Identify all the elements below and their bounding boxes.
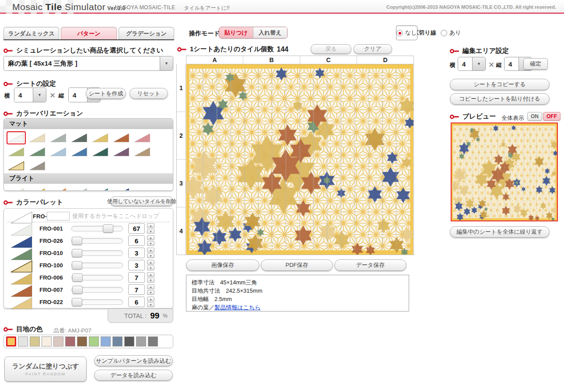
divider-radio-0[interactable]: あり [441, 29, 461, 37]
variation-swatch[interactable] [112, 186, 131, 191]
step-up-icon[interactable]: ▲ [147, 248, 154, 252]
slider-thumb[interactable] [72, 261, 82, 270]
grout-swatch[interactable] [101, 336, 111, 346]
variation-swatch[interactable] [133, 145, 152, 158]
step-down-icon[interactable]: ▼ [147, 290, 154, 295]
tile-swatch[interactable] [10, 260, 33, 270]
slider-thumb[interactable] [72, 286, 83, 294]
fullview-off-button[interactable]: OFF [543, 112, 560, 121]
grout-swatch[interactable] [30, 336, 40, 346]
tab-2[interactable]: グラデーション [119, 27, 174, 39]
variation-swatch[interactable] [28, 186, 47, 191]
tile-code-input[interactable] [47, 212, 70, 220]
grout-swatch[interactable] [42, 336, 52, 346]
grout-swatch[interactable] [148, 336, 158, 346]
delete-unused-tiles-button[interactable]: 使用していないタイルを削除 [110, 196, 173, 206]
slider-thumb[interactable] [72, 249, 82, 257]
grout-swatch[interactable] [89, 336, 99, 346]
ratio-value-input[interactable] [128, 272, 145, 283]
slider-thumb[interactable] [72, 273, 83, 282]
tab-1[interactable]: パターン [61, 27, 116, 39]
opmode-option-1[interactable]: 入れ替え [253, 27, 287, 38]
ratio-slider[interactable] [71, 287, 123, 293]
variation-swatch[interactable] [28, 159, 47, 172]
step-up-icon[interactable]: ▲ [147, 260, 154, 265]
variation-swatch[interactable] [112, 131, 131, 144]
step-down-icon[interactable]: ▼ [147, 302, 154, 307]
paste-sheet-button[interactable]: コピーしたシートを貼り付ける [450, 93, 550, 105]
variation-swatch[interactable] [91, 145, 110, 158]
grout-swatch[interactable] [112, 336, 123, 346]
step-down-icon[interactable]: ▼ [147, 278, 154, 283]
variation-swatch[interactable] [7, 131, 26, 144]
ratio-slider[interactable] [71, 226, 123, 231]
tile-swatch[interactable] [10, 284, 33, 295]
variation-swatch[interactable] [7, 145, 26, 158]
step-up-icon[interactable]: ▲ [147, 284, 154, 289]
product-info-link[interactable]: 製品情報はこちら [214, 304, 260, 311]
slider-thumb[interactable] [72, 237, 82, 245]
preview-canvas[interactable] [451, 122, 558, 221]
variation-swatch[interactable] [49, 145, 68, 158]
step-up-icon[interactable]: ▲ [147, 272, 154, 277]
variation-swatch[interactable] [70, 145, 89, 158]
grout-swatch[interactable] [136, 336, 146, 346]
step-down-icon[interactable]: ▼ [147, 253, 154, 258]
slider-thumb[interactable] [103, 224, 113, 233]
grout-swatch[interactable] [18, 336, 28, 346]
tile-swatch[interactable] [10, 235, 33, 246]
step-down-icon[interactable]: ▼ [147, 241, 154, 246]
tab-0[interactable]: ランダムミックス [4, 27, 59, 39]
product-select[interactable]: 麻の葉 [ 45x14 三角形 ] ▼ [4, 56, 173, 71]
ratio-value-input[interactable] [128, 260, 145, 270]
grout-swatch[interactable] [6, 336, 16, 346]
mosaic-canvas[interactable] [186, 64, 414, 255]
variation-swatch[interactable] [91, 186, 110, 191]
repeat-sheet-button[interactable]: 編集中のシートを全体に繰り返す [450, 226, 550, 238]
create-sheet-button[interactable]: シートを作成 [86, 88, 126, 99]
copy-sheet-button[interactable]: シートをコピーする [450, 79, 550, 90]
sheet-h-select[interactable]: 4 ▼ [14, 88, 46, 102]
grout-swatch[interactable] [53, 336, 63, 346]
opmode-option-0[interactable]: 貼りつけ [219, 27, 253, 38]
variation-swatch[interactable] [28, 131, 47, 144]
grout-swatch[interactable] [124, 336, 134, 346]
confirm-button[interactable]: 確定 [523, 58, 548, 70]
slider-thumb[interactable] [72, 298, 82, 306]
step-down-icon[interactable]: ▼ [147, 266, 154, 270]
grout-swatch[interactable] [77, 336, 87, 346]
ratio-slider[interactable] [71, 262, 123, 268]
ratio-slider[interactable] [71, 250, 123, 256]
variation-swatch[interactable] [112, 145, 131, 158]
variation-swatch[interactable] [7, 186, 26, 191]
load-sample-pattern-button[interactable]: サンプルパターンを読み込む [94, 355, 173, 366]
save-data-button[interactable]: データ保存 [334, 259, 406, 271]
variation-swatch[interactable] [28, 145, 47, 158]
step-up-icon[interactable]: ▲ [147, 297, 154, 301]
save-image-button[interactable]: 画像保存 [186, 259, 259, 271]
tile-swatch[interactable] [10, 297, 33, 307]
grout-swatch[interactable] [65, 336, 75, 346]
ratio-value-input[interactable] [128, 223, 145, 234]
step-up-icon[interactable]: ▲ [147, 223, 154, 228]
step-up-icon[interactable]: ▲ [147, 235, 154, 240]
ratio-slider[interactable] [71, 275, 123, 280]
edit-h-select[interactable]: 4 ▼ [458, 57, 486, 71]
divider-radio-1[interactable]: なし [396, 25, 417, 40]
variation-swatch[interactable] [49, 131, 68, 144]
clear-button[interactable]: クリア [354, 44, 392, 54]
ratio-slider[interactable] [71, 299, 123, 305]
tile-swatch[interactable] [10, 248, 33, 258]
variation-swatch[interactable] [133, 131, 152, 144]
chevron-down-icon[interactable]: ▼ [472, 57, 485, 70]
ratio-value-input[interactable] [128, 297, 145, 307]
variation-swatch[interactable] [70, 131, 89, 144]
ratio-value-input[interactable] [128, 248, 145, 258]
back-button[interactable]: 戻る [311, 44, 351, 54]
fullview-on-button[interactable]: ON [527, 112, 542, 121]
step-down-icon[interactable]: ▼ [147, 229, 154, 234]
ratio-value-input[interactable] [128, 235, 145, 246]
save-pdf-button[interactable]: PDF保存 [261, 259, 333, 271]
tile-swatch[interactable] [10, 272, 33, 283]
tile-swatch[interactable] [10, 223, 33, 234]
